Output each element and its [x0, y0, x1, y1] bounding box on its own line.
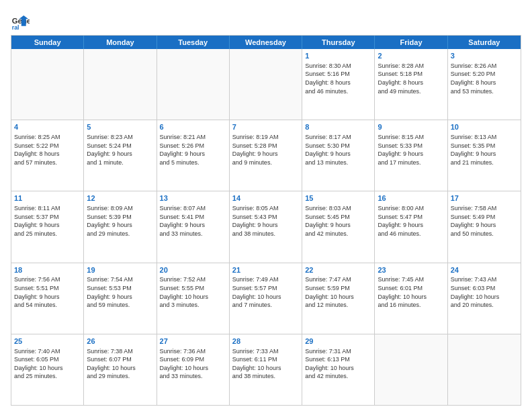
calendar-cell-r4c0: 25Sunrise: 7:40 AM Sunset: 6:05 PM Dayli…: [11, 334, 84, 405]
calendar-cell-r2c4: 15Sunrise: 8:03 AM Sunset: 5:45 PM Dayli…: [302, 191, 375, 262]
cell-info: Sunrise: 7:49 AM Sunset: 5:57 PM Dayligh…: [232, 275, 299, 309]
cell-info: Sunrise: 7:40 AM Sunset: 6:05 PM Dayligh…: [14, 347, 81, 381]
calendar-cell-r2c1: 12Sunrise: 8:09 AM Sunset: 5:39 PM Dayli…: [84, 191, 157, 262]
calendar-cell-r1c6: 10Sunrise: 8:13 AM Sunset: 5:35 PM Dayli…: [448, 120, 521, 191]
calendar-body: 1Sunrise: 8:30 AM Sunset: 5:16 PM Daylig…: [11, 49, 521, 405]
cell-info: Sunrise: 8:15 AM Sunset: 5:33 PM Dayligh…: [378, 133, 444, 167]
calendar-cell-r1c2: 6Sunrise: 8:21 AM Sunset: 5:26 PM Daylig…: [157, 120, 230, 191]
day-number: 22: [305, 265, 371, 275]
calendar-cell-r0c5: 2Sunrise: 8:28 AM Sunset: 5:18 PM Daylig…: [375, 49, 447, 120]
day-number: 16: [378, 193, 444, 203]
cell-info: Sunrise: 7:54 AM Sunset: 5:53 PM Dayligh…: [87, 275, 153, 309]
calendar-cell-r1c4: 8Sunrise: 8:17 AM Sunset: 5:30 PM Daylig…: [302, 120, 375, 191]
calendar-cell-r3c1: 19Sunrise: 7:54 AM Sunset: 5:53 PM Dayli…: [84, 263, 157, 334]
day-number: 14: [232, 193, 299, 203]
calendar: SundayMondayTuesdayWednesdayThursdayFrid…: [11, 35, 521, 406]
cell-info: Sunrise: 8:09 AM Sunset: 5:39 PM Dayligh…: [87, 204, 153, 238]
cell-info: Sunrise: 8:19 AM Sunset: 5:28 PM Dayligh…: [232, 133, 299, 167]
day-number: 1: [305, 51, 371, 61]
cell-info: Sunrise: 8:23 AM Sunset: 5:24 PM Dayligh…: [87, 133, 153, 167]
calendar-cell-r2c6: 17Sunrise: 7:58 AM Sunset: 5:49 PM Dayli…: [448, 191, 521, 262]
day-number: 13: [160, 193, 226, 203]
calendar-cell-r0c3: [230, 49, 302, 120]
cell-info: Sunrise: 8:00 AM Sunset: 5:47 PM Dayligh…: [378, 204, 444, 238]
calendar-cell-r4c4: 29Sunrise: 7:31 AM Sunset: 6:13 PM Dayli…: [302, 334, 375, 405]
cell-info: Sunrise: 7:45 AM Sunset: 6:01 PM Dayligh…: [378, 275, 444, 309]
cell-info: Sunrise: 8:17 AM Sunset: 5:30 PM Dayligh…: [305, 133, 371, 167]
weekday-header-saturday: Saturday: [448, 36, 521, 49]
calendar-cell-r3c5: 23Sunrise: 7:45 AM Sunset: 6:01 PM Dayli…: [375, 263, 447, 334]
calendar-cell-r0c6: 3Sunrise: 8:26 AM Sunset: 5:20 PM Daylig…: [448, 49, 521, 120]
cell-info: Sunrise: 8:25 AM Sunset: 5:22 PM Dayligh…: [14, 133, 81, 167]
day-number: 10: [451, 122, 518, 132]
calendar-cell-r3c0: 18Sunrise: 7:56 AM Sunset: 5:51 PM Dayli…: [11, 263, 84, 334]
calendar-cell-r4c5: [375, 334, 447, 405]
day-number: 29: [305, 336, 371, 347]
calendar-cell-r0c0: [11, 49, 84, 120]
day-number: 26: [87, 336, 153, 347]
calendar-row-1: 4Sunrise: 8:25 AM Sunset: 5:22 PM Daylig…: [11, 120, 521, 191]
calendar-cell-r3c6: 24Sunrise: 7:43 AM Sunset: 6:03 PM Dayli…: [448, 263, 521, 334]
weekday-header-wednesday: Wednesday: [230, 36, 302, 49]
calendar-cell-r0c4: 1Sunrise: 8:30 AM Sunset: 5:16 PM Daylig…: [302, 49, 375, 120]
day-number: 17: [451, 193, 518, 203]
cell-info: Sunrise: 8:03 AM Sunset: 5:45 PM Dayligh…: [305, 204, 371, 238]
calendar-row-4: 25Sunrise: 7:40 AM Sunset: 6:05 PM Dayli…: [11, 334, 521, 405]
weekday-header-sunday: Sunday: [11, 36, 84, 49]
cell-info: Sunrise: 8:05 AM Sunset: 5:43 PM Dayligh…: [232, 204, 299, 238]
day-number: 12: [87, 193, 153, 203]
cell-info: Sunrise: 8:28 AM Sunset: 5:18 PM Dayligh…: [378, 62, 444, 95]
calendar-row-2: 11Sunrise: 8:11 AM Sunset: 5:37 PM Dayli…: [11, 191, 521, 263]
logo: Gene ral: [11, 11, 32, 30]
calendar-cell-r2c5: 16Sunrise: 8:00 AM Sunset: 5:47 PM Dayli…: [375, 191, 447, 262]
cell-info: Sunrise: 7:38 AM Sunset: 6:07 PM Dayligh…: [87, 347, 153, 381]
day-number: 11: [14, 193, 81, 203]
calendar-cell-r4c2: 27Sunrise: 7:36 AM Sunset: 6:09 PM Dayli…: [157, 334, 230, 405]
day-number: 24: [451, 265, 518, 275]
day-number: 23: [378, 265, 444, 275]
cell-info: Sunrise: 7:31 AM Sunset: 6:13 PM Dayligh…: [305, 347, 371, 381]
cell-info: Sunrise: 7:47 AM Sunset: 5:59 PM Dayligh…: [305, 275, 371, 309]
cell-info: Sunrise: 8:13 AM Sunset: 5:35 PM Dayligh…: [451, 133, 518, 167]
day-number: 19: [87, 265, 153, 275]
day-number: 2: [378, 51, 444, 61]
calendar-row-0: 1Sunrise: 8:30 AM Sunset: 5:16 PM Daylig…: [11, 49, 521, 120]
calendar-cell-r1c3: 7Sunrise: 8:19 AM Sunset: 5:28 PM Daylig…: [230, 120, 302, 191]
day-number: 5: [87, 122, 153, 132]
cell-info: Sunrise: 7:58 AM Sunset: 5:49 PM Dayligh…: [451, 204, 518, 238]
day-number: 9: [378, 122, 444, 132]
weekday-header-friday: Friday: [375, 36, 447, 49]
day-number: 21: [232, 265, 299, 275]
day-number: 15: [305, 193, 371, 203]
day-number: 3: [451, 51, 518, 61]
weekday-header-monday: Monday: [84, 36, 157, 49]
calendar-cell-r1c5: 9Sunrise: 8:15 AM Sunset: 5:33 PM Daylig…: [375, 120, 447, 191]
calendar-header: SundayMondayTuesdayWednesdayThursdayFrid…: [11, 36, 521, 49]
cell-info: Sunrise: 8:21 AM Sunset: 5:26 PM Dayligh…: [160, 133, 226, 167]
day-number: 25: [14, 336, 81, 347]
day-number: 6: [160, 122, 226, 132]
weekday-header-tuesday: Tuesday: [157, 36, 230, 49]
calendar-cell-r0c1: [84, 49, 157, 120]
weekday-header-thursday: Thursday: [302, 36, 375, 49]
calendar-cell-r4c6: [448, 334, 521, 405]
cell-info: Sunrise: 7:43 AM Sunset: 6:03 PM Dayligh…: [451, 275, 518, 309]
cell-info: Sunrise: 7:36 AM Sunset: 6:09 PM Dayligh…: [160, 347, 226, 381]
logo-icon: Gene ral: [11, 11, 30, 30]
page-header: Gene ral: [11, 11, 521, 30]
day-number: 4: [14, 122, 81, 132]
calendar-cell-r1c1: 5Sunrise: 8:23 AM Sunset: 5:24 PM Daylig…: [84, 120, 157, 191]
cell-info: Sunrise: 8:30 AM Sunset: 5:16 PM Dayligh…: [305, 62, 371, 95]
cell-info: Sunrise: 8:11 AM Sunset: 5:37 PM Dayligh…: [14, 204, 81, 238]
calendar-cell-r1c0: 4Sunrise: 8:25 AM Sunset: 5:22 PM Daylig…: [11, 120, 84, 191]
day-number: 8: [305, 122, 371, 132]
calendar-cell-r2c3: 14Sunrise: 8:05 AM Sunset: 5:43 PM Dayli…: [230, 191, 302, 262]
calendar-cell-r2c2: 13Sunrise: 8:07 AM Sunset: 5:41 PM Dayli…: [157, 191, 230, 262]
svg-text:ral: ral: [12, 24, 19, 30]
calendar-cell-r3c4: 22Sunrise: 7:47 AM Sunset: 5:59 PM Dayli…: [302, 263, 375, 334]
day-number: 28: [232, 336, 299, 347]
day-number: 7: [232, 122, 299, 132]
calendar-cell-r0c2: [157, 49, 230, 120]
day-number: 20: [160, 265, 226, 275]
calendar-cell-r2c0: 11Sunrise: 8:11 AM Sunset: 5:37 PM Dayli…: [11, 191, 84, 262]
